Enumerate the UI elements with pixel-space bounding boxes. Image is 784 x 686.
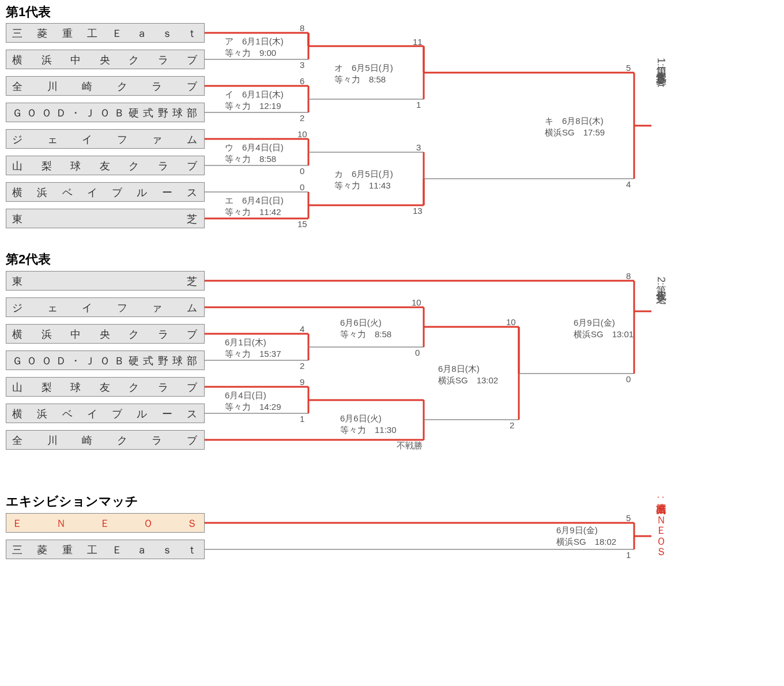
match-info: ウ 6月4日(日) 等々力 8:58 — [225, 142, 284, 165]
score: 13 — [413, 206, 423, 216]
bracket-lines — [0, 0, 784, 248]
score: 10 — [506, 317, 516, 327]
score: 3 — [300, 60, 304, 70]
match-info: エ 6月4日(日) 等々力 11:42 — [225, 195, 284, 218]
score: 1 — [626, 550, 631, 560]
score: 1 — [300, 414, 304, 424]
walkover: 不戦勝 — [397, 440, 423, 451]
score: 2 — [300, 113, 304, 123]
match-info: 6月1日(木) 等々力 15:37 — [225, 337, 281, 360]
score: 2 — [300, 361, 304, 371]
match-info: キ 6月8日(木) 横浜SG 17:59 — [545, 115, 605, 138]
winner-label: 第1代表:三菱重工East — [654, 58, 668, 87]
score: 1 — [416, 100, 421, 110]
score: 3 — [416, 142, 421, 152]
winner-label: 第2代表:東芝 — [654, 277, 668, 285]
match-info: イ 6月1日(木) 等々力 12:19 — [225, 89, 284, 112]
match-info: オ 6月5日(月) 等々力 8:58 — [334, 62, 393, 85]
score: 4 — [626, 179, 631, 189]
score: 0 — [300, 182, 304, 192]
score: 15 — [297, 219, 307, 229]
match-info: 6月6日(火) 等々力 11:30 — [340, 413, 397, 436]
match-info: 6月9日(金) 横浜SG 13:01 — [574, 317, 634, 340]
score: 10 — [297, 129, 307, 139]
score: 5 — [626, 513, 631, 523]
score: 0 — [415, 348, 420, 357]
score: 4 — [300, 324, 304, 334]
score: 8 — [300, 23, 304, 33]
score: 9 — [300, 377, 304, 387]
match-info: 6月6日(火) 等々力 8:58 — [340, 317, 391, 340]
winner-label: 推薦出場:ＥＮＥＯＳ — [654, 496, 668, 551]
score: 5 — [626, 63, 631, 73]
match-info: 6月4日(日) 等々力 14:29 — [225, 390, 281, 413]
score: 2 — [510, 420, 514, 430]
match-info: ア 6月1日(木) 等々力 9:00 — [225, 36, 284, 59]
score: 0 — [300, 166, 304, 176]
match-info: カ 6月5日(月) 等々力 11:43 — [334, 168, 393, 191]
score: 6 — [300, 76, 304, 86]
score: 0 — [626, 374, 631, 384]
score: 10 — [412, 297, 421, 307]
score: 11 — [413, 37, 423, 47]
bracket-lines — [0, 254, 784, 484]
match-info: 6月8日(木) 横浜SG 13:02 — [438, 363, 498, 386]
match-info: 6月9日(金) 横浜SG 18:02 — [556, 525, 616, 548]
score: 8 — [626, 271, 631, 281]
